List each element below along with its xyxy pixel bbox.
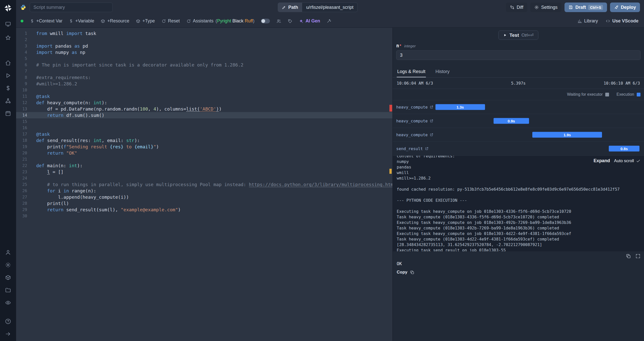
code-line-23[interactable]: 23 l = [] (16, 169, 392, 175)
code-line-12[interactable]: 12def heavy_compute(n: int): (16, 99, 392, 106)
assistants-button[interactable]: Assistants (Pyright Black Ruff) (186, 18, 255, 24)
code-line-3[interactable]: 3import pandas as pd (16, 43, 392, 49)
sidebar-calendar-icon[interactable] (3, 110, 13, 117)
script-summary-input[interactable] (30, 3, 113, 12)
magic-wand-button[interactable] (327, 19, 331, 23)
code-text (27, 118, 36, 125)
code-line-22[interactable]: 22def main(n: int): (16, 162, 392, 169)
tag-button[interactable] (288, 19, 292, 23)
tab-history[interactable]: History (435, 66, 450, 77)
code-editor[interactable]: 1from wmill import task23import pandas a… (16, 28, 393, 341)
ai-gen-button[interactable]: AI Gen (299, 18, 320, 24)
sidebar (0, 0, 16, 341)
top-bar-left (16, 3, 113, 12)
tab-logs-result[interactable]: Logs & Result (397, 66, 426, 77)
sidebar-group-upper (3, 21, 13, 41)
logs-viewer[interactable]: Expand Auto scroll content of requiremen… (393, 156, 644, 251)
sidebar-home-icon[interactable] (3, 59, 13, 66)
code-line-30[interactable]: 30 (16, 213, 392, 219)
sidebar-monitor-icon[interactable] (3, 21, 13, 28)
code-line-25[interactable]: 25 # to run things in parallel, simply u… (16, 181, 392, 188)
status-dot (21, 20, 23, 22)
sidebar-star-icon[interactable] (3, 34, 13, 41)
overview-ruler[interactable] (389, 28, 392, 341)
code-line-13[interactable]: 13 df = pd.DataFrame(np.random.randn(100… (16, 106, 392, 112)
code-line-29[interactable]: 29 return send_result(sum(l), "example@e… (16, 207, 392, 213)
reset-button[interactable]: Reset (162, 18, 180, 24)
play-icon (5, 73, 11, 79)
code-line-17[interactable]: 17@task (16, 131, 392, 137)
sidebar-package-icon[interactable] (3, 274, 13, 281)
settings-button[interactable]: Settings (530, 3, 561, 12)
sidebar-user-icon[interactable] (3, 249, 13, 256)
script-path[interactable]: u/rfiszel/pleasant_script (302, 3, 358, 12)
code-line-10[interactable]: 10 (16, 87, 392, 93)
rocket-icon (614, 5, 619, 10)
code-line-28[interactable]: 28 print(l) (16, 200, 392, 207)
line-number: 11 (16, 93, 27, 99)
add-resource-button[interactable]: +Resource (101, 18, 129, 24)
code-line-6[interactable]: 6# The pin is important since task is a … (16, 62, 392, 68)
add-context-var-button[interactable]: +Context Var (30, 18, 62, 24)
sidebar-folder-icon[interactable] (3, 287, 13, 294)
expand-logs-button[interactable]: Expand (594, 158, 610, 163)
draft-button[interactable]: Draft Ctrl+S (565, 3, 607, 12)
deploy-label: Deploy (621, 5, 636, 10)
test-button[interactable]: Test Ctrl+⏎ (498, 30, 538, 40)
code-line-5[interactable]: 5 (16, 55, 392, 62)
sidebar-eye-icon[interactable] (3, 299, 13, 306)
collaborators-button[interactable] (276, 19, 281, 23)
code-line-18[interactable]: 18def send_result(res: int, email: str): (16, 137, 392, 144)
path-button[interactable]: Path (278, 3, 302, 12)
code-line-9[interactable]: 9#wmill>=1.286.2 (16, 81, 392, 87)
result-section: OK Copy (393, 259, 644, 277)
run-duration: 5.397s (511, 81, 526, 86)
code-line-15[interactable]: 15 (16, 118, 392, 125)
sidebar-dollar-icon[interactable] (3, 85, 13, 92)
code-line-2[interactable]: 2 (16, 37, 392, 43)
add-type-button[interactable]: +Type (136, 18, 155, 24)
error-marker (389, 105, 392, 112)
code-line-19[interactable]: 19 print(f"Sending result {res} to {emai… (16, 144, 392, 150)
diff-button[interactable]: Diff (506, 3, 528, 12)
job-link[interactable]: heavy_compute (396, 132, 433, 137)
code-line-11[interactable]: 11@task (16, 93, 392, 99)
fullscreen-icon[interactable] (635, 254, 640, 259)
code-line-1[interactable]: 1from wmill import task (16, 30, 392, 37)
code-line-21[interactable]: 21 (16, 156, 392, 162)
code-line-20[interactable]: 20 return "OK" (16, 150, 392, 156)
deploy-button[interactable]: Deploy (610, 3, 640, 12)
job-link[interactable]: heavy_compute (396, 119, 433, 123)
copy-button[interactable]: Copy (397, 270, 414, 275)
sidebar-arrow-right-icon[interactable] (3, 330, 13, 337)
code-line-14[interactable]: 14 return df.sum().sum() (16, 112, 392, 118)
sidebar-help-icon[interactable] (3, 318, 13, 325)
sidebar-play-icon[interactable] (3, 72, 13, 79)
sidebar-gear-icon[interactable] (3, 261, 13, 268)
toolbar-right: Library Use VScode (578, 18, 638, 24)
use-vscode-button[interactable]: Use VScode (606, 18, 638, 24)
code-line-27[interactable]: 27 l.append(heavy_compute(i)) (16, 194, 392, 200)
library-button[interactable]: Library (578, 18, 598, 24)
code-line-4[interactable]: 4import numpy as np (16, 49, 392, 55)
job-link[interactable]: heavy_compute (396, 105, 433, 110)
code-line-24[interactable]: 24 (16, 175, 392, 181)
code-text: def main(n: int): (27, 162, 83, 169)
n-input[interactable] (396, 50, 640, 60)
code-text: print(l) (27, 200, 69, 207)
assistant-toggle[interactable] (261, 19, 270, 23)
run-timebar: 10:06:04 AM 6/3 5.397s 10:06:10 AM 6/3 (393, 78, 644, 89)
sidebar-graph-icon[interactable] (3, 97, 13, 104)
add-variable-button[interactable]: +Variable (69, 18, 94, 24)
code-line-7[interactable]: 7 (16, 68, 392, 74)
required-asterisk: * (399, 44, 401, 48)
star-icon (5, 35, 11, 41)
autoscroll-toggle[interactable]: Auto scroll (614, 158, 640, 163)
windmill-logo[interactable] (3, 4, 13, 13)
code-line-16[interactable]: 16 (16, 125, 392, 131)
copy-logs-icon[interactable] (626, 254, 631, 259)
path-label: Path (288, 5, 298, 10)
job-link[interactable]: send_result (396, 146, 429, 151)
code-line-26[interactable]: 26 for i in range(n): (16, 188, 392, 194)
code-line-8[interactable]: 8#extra_requirements: (16, 74, 392, 81)
